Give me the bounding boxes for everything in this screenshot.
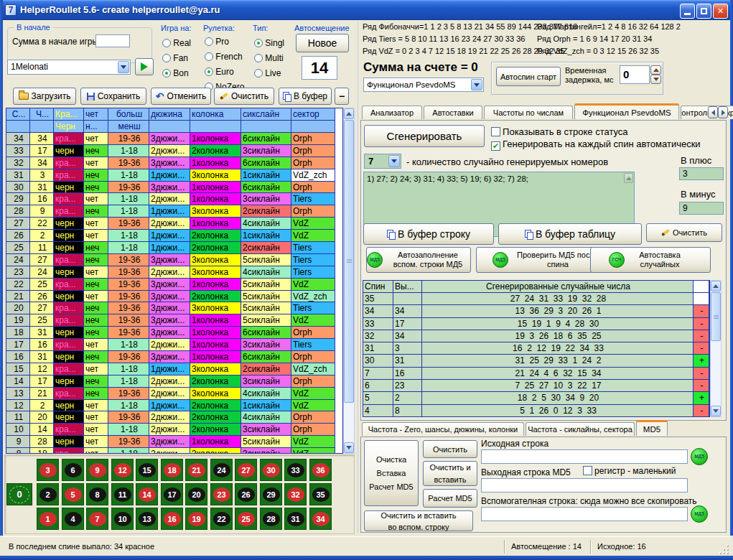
copy-table-button[interactable]: В буфер таблицу [498, 223, 642, 245]
toolbar-button-folder-open-icon[interactable]: Загрузить [13, 88, 76, 105]
generate-button[interactable]: Сгенерировать [364, 125, 485, 147]
spin-table-scrollbar[interactable] [710, 280, 722, 417]
board-number-16[interactable]: 16 [161, 508, 183, 530]
history-scrollbar-thumb[interactable] [344, 120, 354, 403]
checkbox-icon[interactable] [491, 127, 500, 136]
radio-icon[interactable] [205, 52, 213, 61]
board-number-20[interactable]: 20 [185, 483, 207, 505]
board-number-27[interactable]: 27 [235, 459, 257, 481]
copy-row-button[interactable]: В буфер строку [363, 223, 494, 245]
checkbox-show-status[interactable]: Показывать в строке статуса [491, 126, 628, 137]
board-number-26[interactable]: 26 [235, 483, 257, 505]
delay-spin-down[interactable] [650, 75, 661, 84]
board-number-22[interactable]: 22 [210, 508, 233, 530]
radio-icon[interactable] [254, 69, 263, 78]
tab-scroll-left-icon[interactable] [708, 106, 718, 118]
delay-input[interactable]: 0 [620, 65, 650, 84]
checkbox-generate-auto[interactable]: ✔ Генерировать на каждый спин автоматиче… [491, 139, 701, 151]
md5-clear-button[interactable]: Очистить [423, 440, 477, 458]
radio-game-fan[interactable]: Fan [162, 53, 191, 63]
radio-game-real[interactable]: Real [162, 38, 191, 48]
radio-icon[interactable] [162, 69, 171, 78]
board-number-23[interactable]: 23 [210, 483, 233, 505]
radio-icon[interactable] [162, 39, 171, 47]
board-number-29[interactable]: 29 [260, 483, 282, 505]
toolbar-button-copy-icon[interactable]: В буфер [279, 88, 332, 105]
board-number-5[interactable]: 5 [62, 483, 84, 505]
board-number-17[interactable]: 17 [161, 483, 183, 505]
radio-icon[interactable] [254, 39, 263, 47]
mode-combobox[interactable]: Функционал PsevdoMS [363, 78, 484, 92]
chevron-down-icon[interactable] [388, 155, 400, 167]
md5-calc-source-button[interactable]: МД5 [691, 448, 708, 465]
clear-paste-aux-button[interactable]: Очистить и вставитьво вспом. строку [364, 510, 473, 531]
tab-частота-zero-шансы-дюжины-колонки[interactable]: Частота - Zero, шансы, дюжины, колонки [362, 422, 524, 436]
checkbox-lowercase[interactable]: регистр - маленький [583, 466, 676, 476]
md5-big-button[interactable]: ОчисткаВставкаРасчет MD5 [364, 440, 419, 506]
md5-calc-aux-button[interactable]: МД5 [691, 505, 708, 523]
count-combobox[interactable]: 7 [364, 154, 401, 169]
preset-combobox[interactable]: 1Melonati [7, 60, 131, 75]
play-button[interactable] [135, 58, 154, 75]
board-number-36[interactable]: 36 [309, 459, 332, 481]
radio-icon[interactable] [205, 37, 213, 46]
plus-value-field[interactable]: 3 [679, 167, 724, 180]
board-number-7[interactable]: 7 [86, 508, 108, 530]
checkbox-icon[interactable] [583, 466, 592, 475]
board-number-3[interactable]: 3 [37, 459, 59, 481]
spin-scrollbar-thumb[interactable] [711, 292, 721, 341]
board-number-33[interactable]: 33 [284, 459, 307, 481]
tab-анализатор[interactable]: Анализатор [362, 106, 422, 119]
source-string-input[interactable] [481, 449, 688, 464]
close-button[interactable]: ✕ [713, 4, 728, 19]
output-string-input[interactable] [481, 478, 688, 493]
tab-автоставки[interactable]: Автоставки [424, 106, 482, 119]
scroll-up-icon[interactable] [711, 281, 721, 291]
scroll-down-icon[interactable] [344, 442, 354, 453]
board-number-6[interactable]: 6 [62, 459, 84, 481]
chevron-down-icon[interactable] [471, 79, 482, 90]
board-number-35[interactable]: 35 [309, 483, 332, 505]
board-number-0[interactable]: 0 [6, 483, 32, 505]
tab-частоты-по-числам[interactable]: Частоты по числам [484, 106, 573, 119]
board-number-10[interactable]: 10 [111, 508, 134, 530]
board-number-34[interactable]: 34 [309, 508, 332, 530]
radio-game-bon[interactable]: Bon [162, 68, 191, 78]
radio-icon[interactable] [205, 67, 213, 76]
md5-clear-paste-button[interactable]: Очистить ивставить [423, 461, 477, 486]
board-number-24[interactable]: 24 [210, 459, 233, 481]
radio-roulette-french[interactable]: French [205, 52, 244, 62]
toolbar-button-save-icon[interactable]: Сохранить [80, 88, 146, 105]
board-number-25[interactable]: 25 [235, 508, 257, 530]
tab-md5[interactable]: MD5 [636, 420, 668, 436]
delay-spin-up[interactable] [650, 65, 661, 75]
board-number-12[interactable]: 12 [111, 459, 134, 481]
history-scrollbar[interactable] [343, 108, 355, 454]
board-number-31[interactable]: 31 [284, 508, 307, 530]
aux-string-input[interactable] [481, 507, 688, 521]
board-number-13[interactable]: 13 [136, 508, 158, 530]
checkbox-icon[interactable]: ✔ [491, 141, 500, 151]
tab-функционал-psevdoms[interactable]: Функционал PsevdoMS [574, 103, 679, 119]
board-number-4[interactable]: 4 [62, 508, 84, 530]
toolbar-button-brush-icon[interactable]: Очистить [214, 88, 274, 105]
board-number-19[interactable]: 19 [185, 508, 207, 530]
radio-icon[interactable] [162, 54, 171, 62]
board-number-14[interactable]: 14 [136, 483, 158, 505]
scroll-down-icon[interactable] [711, 406, 721, 416]
board-number-2[interactable]: 2 [37, 483, 59, 505]
autospin-start-button[interactable]: Автоспин старт [496, 67, 561, 86]
minus-value-field[interactable]: 9 [679, 202, 724, 215]
minimize-button[interactable] [680, 4, 695, 19]
toolbar-button-collapse[interactable]: − [335, 88, 349, 105]
board-number-1[interactable]: 1 [37, 508, 59, 530]
board-number-30[interactable]: 30 [260, 459, 282, 481]
toolbar-button-undo-icon[interactable]: ↶Отменить [151, 88, 211, 105]
radio-type-multi[interactable]: Multi [254, 53, 284, 63]
radio-type-live[interactable]: Live [254, 68, 284, 78]
md5-calc-button[interactable]: Расчет MD5 [423, 489, 477, 508]
clear-generated-button[interactable]: Очистить [646, 223, 722, 242]
radio-roulette-euro[interactable]: Euro [205, 67, 244, 77]
tab-частота-сиклайны-сектора[interactable]: Частота - сиклайны, сектора [526, 422, 635, 436]
radio-type-singl[interactable]: Singl [254, 38, 284, 48]
